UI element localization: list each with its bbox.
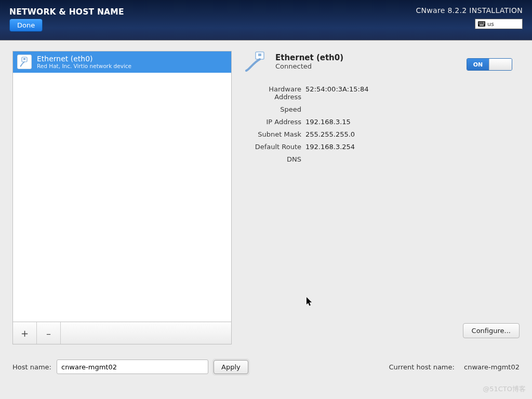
interface-toggle[interactable]: ON [467, 58, 512, 71]
route-value: 192.168.3.254 [305, 143, 523, 151]
watermark: @51CTO博客 [483, 384, 526, 394]
svg-rect-9 [483, 23, 484, 24]
hwaddr-label: Hardware Address [244, 85, 301, 101]
mask-value: 255.255.255.0 [305, 130, 523, 138]
interface-details: Ethernet (eth0) Connected ON Hardware Ad… [244, 51, 523, 163]
route-label: Default Route [244, 143, 301, 151]
dns-label: DNS [244, 155, 301, 163]
ip-label: IP Address [244, 118, 301, 126]
keyboard-layout-indicator[interactable]: us [475, 19, 523, 29]
installer-title: CNware 8.2.2 INSTALLATION [416, 6, 523, 15]
details-title: Ethernet (eth0) [275, 53, 343, 62]
svg-rect-2 [480, 22, 481, 23]
current-hostname-label: Current host name: [389, 363, 455, 371]
nic-icon [17, 55, 32, 69]
mouse-cursor-icon [307, 297, 313, 307]
interface-buttons-spacer [61, 322, 231, 344]
done-button[interactable]: Done [9, 19, 43, 32]
configure-button[interactable]: Configure... [463, 323, 520, 338]
svg-rect-7 [480, 23, 481, 24]
nic-large-icon [244, 51, 269, 72]
toggle-on-label: ON [467, 59, 489, 70]
interface-item-name: Ethernet (eth0) [37, 55, 131, 63]
apply-button[interactable]: Apply [214, 360, 248, 374]
interface-item-subtitle: Red Hat, Inc. Virtio network device [37, 63, 131, 69]
dns-value [305, 155, 523, 163]
remove-interface-button[interactable]: – [37, 322, 61, 344]
main-area: Ethernet (eth0) Red Hat, Inc. Virtio net… [0, 41, 532, 399]
hostname-row: Host name: Apply Current host name: cnwa… [12, 360, 520, 374]
svg-rect-11 [480, 25, 484, 26]
svg-rect-6 [479, 23, 480, 24]
ip-value: 192.168.3.15 [305, 118, 523, 126]
hostname-input[interactable] [57, 360, 208, 374]
svg-rect-15 [258, 54, 261, 56]
current-hostname-value: cnware-mgmt02 [464, 363, 520, 371]
svg-rect-13 [23, 58, 25, 60]
speed-label: Speed [244, 105, 301, 113]
top-bar-right: CNware 8.2.2 INSTALLATION us [416, 6, 523, 29]
current-hostname: Current host name: cnware-mgmt02 [389, 363, 520, 371]
mask-label: Subnet Mask [244, 130, 301, 138]
page-title: NETWORK & HOST NAME [9, 7, 124, 17]
speed-value [305, 105, 523, 113]
svg-rect-5 [484, 22, 485, 23]
interface-panel: Ethernet (eth0) Red Hat, Inc. Virtio net… [12, 51, 232, 344]
keyboard-layout-label: us [487, 21, 494, 28]
svg-rect-1 [479, 22, 480, 23]
toggle-knob [489, 59, 512, 70]
svg-rect-10 [484, 23, 485, 24]
interface-buttons: + – [12, 322, 232, 344]
svg-rect-3 [482, 22, 483, 23]
details-keyvalues: Hardware Address 52:54:00:3A:15:84 Speed… [244, 85, 523, 163]
interface-item-eth0[interactable]: Ethernet (eth0) Red Hat, Inc. Virtio net… [13, 51, 231, 73]
add-interface-button[interactable]: + [13, 322, 37, 344]
svg-rect-8 [482, 23, 483, 24]
interface-item-text: Ethernet (eth0) Red Hat, Inc. Virtio net… [37, 55, 131, 69]
hwaddr-value: 52:54:00:3A:15:84 [305, 85, 523, 101]
details-status: Connected [275, 62, 343, 70]
interface-list[interactable]: Ethernet (eth0) Red Hat, Inc. Virtio net… [12, 51, 232, 322]
svg-rect-4 [483, 22, 484, 23]
hostname-label: Host name: [12, 363, 51, 371]
top-bar: NETWORK & HOST NAME Done CNware 8.2.2 IN… [0, 0, 532, 41]
keyboard-icon [478, 21, 485, 26]
